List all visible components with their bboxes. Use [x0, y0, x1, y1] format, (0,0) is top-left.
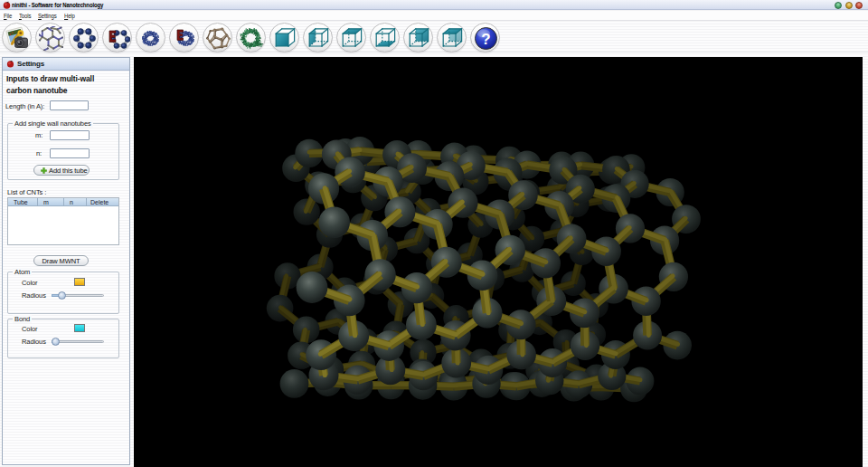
svg-text:?: ?	[481, 31, 490, 48]
